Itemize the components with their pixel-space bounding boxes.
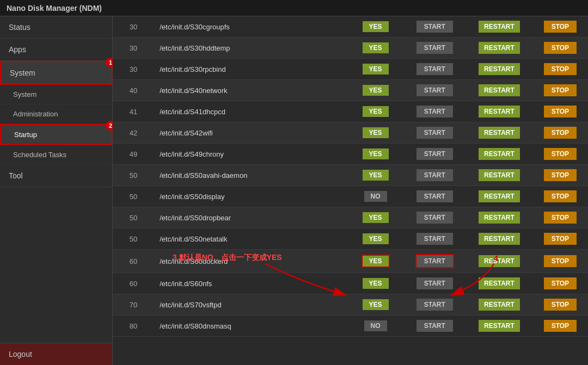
row-stop-action[interactable]: STOP xyxy=(532,144,588,165)
start-button[interactable]: START xyxy=(416,212,453,224)
status-badge-yes[interactable]: YES xyxy=(363,42,389,53)
start-button[interactable]: START xyxy=(416,21,453,33)
stop-button[interactable]: STOP xyxy=(544,84,577,96)
row-status[interactable]: YES xyxy=(348,228,403,250)
row-start-action[interactable]: START xyxy=(403,186,466,207)
stop-button[interactable]: STOP xyxy=(544,255,577,267)
sidebar-item-system[interactable]: System 1 xyxy=(0,61,112,85)
restart-button[interactable]: RESTART xyxy=(479,255,520,267)
sidebar-logout[interactable]: Logout xyxy=(0,343,112,365)
row-status[interactable]: YES xyxy=(348,80,403,101)
row-restart-action[interactable]: RESTART xyxy=(466,186,532,207)
start-button[interactable]: START xyxy=(416,148,453,160)
row-restart-action[interactable]: RESTART xyxy=(466,38,532,59)
row-stop-action[interactable]: STOP xyxy=(532,315,588,337)
row-restart-action[interactable]: RESTART xyxy=(466,273,532,294)
sidebar-item-apps[interactable]: Apps xyxy=(0,39,112,61)
status-badge-yes[interactable]: YES xyxy=(363,85,389,96)
stop-button[interactable]: STOP xyxy=(544,190,577,202)
row-stop-action[interactable]: STOP xyxy=(532,207,588,228)
row-restart-action[interactable]: RESTART xyxy=(466,101,532,122)
row-restart-action[interactable]: RESTART xyxy=(466,80,532,101)
stop-button[interactable]: STOP xyxy=(544,169,577,181)
start-button[interactable]: START xyxy=(416,42,453,54)
restart-button[interactable]: RESTART xyxy=(479,127,520,139)
row-status[interactable]: YES xyxy=(348,16,403,38)
stop-button[interactable]: STOP xyxy=(544,42,577,54)
row-restart-action[interactable]: RESTART xyxy=(466,294,532,315)
row-start-action[interactable]: START xyxy=(403,16,466,38)
row-start-action[interactable]: START xyxy=(403,273,466,294)
restart-button[interactable]: RESTART xyxy=(479,320,520,332)
row-start-action[interactable]: START xyxy=(403,165,466,186)
row-stop-action[interactable]: STOP xyxy=(532,250,588,273)
row-status[interactable]: YES xyxy=(348,59,403,80)
status-badge-no[interactable]: NO xyxy=(364,191,387,202)
row-restart-action[interactable]: RESTART xyxy=(466,59,532,80)
restart-button[interactable]: RESTART xyxy=(479,277,520,289)
row-stop-action[interactable]: STOP xyxy=(532,80,588,101)
stop-button[interactable]: STOP xyxy=(544,233,577,245)
row-start-action[interactable]: START xyxy=(403,228,466,250)
restart-button[interactable]: RESTART xyxy=(479,21,520,33)
stop-button[interactable]: STOP xyxy=(544,63,577,75)
row-restart-action[interactable]: RESTART xyxy=(466,228,532,250)
row-restart-action[interactable]: RESTART xyxy=(466,122,532,144)
start-button[interactable]: START xyxy=(416,299,453,311)
row-status[interactable]: YES xyxy=(348,122,403,144)
restart-button[interactable]: RESTART xyxy=(479,42,520,54)
sidebar-sub-item-scheduled-tasks[interactable]: Scheduled Tasks xyxy=(0,145,112,165)
restart-button[interactable]: RESTART xyxy=(479,233,520,245)
status-badge-yes[interactable]: YES xyxy=(363,106,389,117)
row-restart-action[interactable]: RESTART xyxy=(466,207,532,228)
row-stop-action[interactable]: STOP xyxy=(532,101,588,122)
row-restart-action[interactable]: RESTART xyxy=(466,144,532,165)
status-badge-yes-highlighted[interactable]: YES xyxy=(362,255,390,268)
status-badge-yes[interactable]: YES xyxy=(363,170,389,181)
start-button[interactable]: START xyxy=(416,63,453,75)
row-status[interactable]: YES xyxy=(348,294,403,315)
start-button[interactable]: START xyxy=(416,106,453,117)
start-button[interactable]: START xyxy=(416,190,453,202)
restart-button[interactable]: RESTART xyxy=(479,212,520,224)
start-button[interactable]: START xyxy=(416,233,453,245)
row-status[interactable]: YES xyxy=(348,165,403,186)
status-badge-yes[interactable]: YES xyxy=(363,278,389,289)
row-start-action[interactable]: START xyxy=(403,59,466,80)
sidebar-sub-item-startup[interactable]: Startup 2 xyxy=(0,124,112,145)
stop-button[interactable]: STOP xyxy=(544,148,577,160)
status-badge-yes[interactable]: YES xyxy=(363,21,389,32)
restart-button[interactable]: RESTART xyxy=(479,106,520,117)
stop-button[interactable]: STOP xyxy=(544,299,577,311)
row-stop-action[interactable]: STOP xyxy=(532,59,588,80)
row-start-action[interactable]: START xyxy=(403,207,466,228)
row-restart-action[interactable]: RESTART xyxy=(466,250,532,273)
row-status[interactable]: YES xyxy=(348,38,403,59)
start-button[interactable]: START xyxy=(416,169,453,181)
row-restart-action[interactable]: RESTART xyxy=(466,315,532,337)
row-start-action[interactable]: START xyxy=(403,38,466,59)
stop-button[interactable]: STOP xyxy=(544,127,577,139)
status-badge-yes[interactable]: YES xyxy=(363,233,389,244)
restart-button[interactable]: RESTART xyxy=(479,84,520,96)
restart-button[interactable]: RESTART xyxy=(479,169,520,181)
start-button[interactable]: START xyxy=(416,320,453,332)
sidebar-item-status[interactable]: Status xyxy=(0,16,112,39)
row-stop-action[interactable]: STOP xyxy=(532,186,588,207)
row-status[interactable]: YES xyxy=(348,250,403,273)
status-badge-no[interactable]: NO xyxy=(364,320,387,331)
row-restart-action[interactable]: RESTART xyxy=(466,16,532,38)
row-stop-action[interactable]: STOP xyxy=(532,165,588,186)
row-stop-action[interactable]: STOP xyxy=(532,122,588,144)
sidebar-sub-item-administration[interactable]: Administration xyxy=(0,104,112,124)
sidebar-sub-item-system[interactable]: System xyxy=(0,85,112,104)
row-status[interactable]: YES xyxy=(348,101,403,122)
row-start-action[interactable]: START xyxy=(403,250,466,273)
row-start-action[interactable]: START xyxy=(403,101,466,122)
row-status[interactable]: NO xyxy=(348,186,403,207)
row-stop-action[interactable]: STOP xyxy=(532,16,588,38)
start-button[interactable]: START xyxy=(416,127,453,139)
start-button[interactable]: START xyxy=(416,277,453,289)
row-start-action[interactable]: START xyxy=(403,122,466,144)
restart-button[interactable]: RESTART xyxy=(479,299,520,311)
